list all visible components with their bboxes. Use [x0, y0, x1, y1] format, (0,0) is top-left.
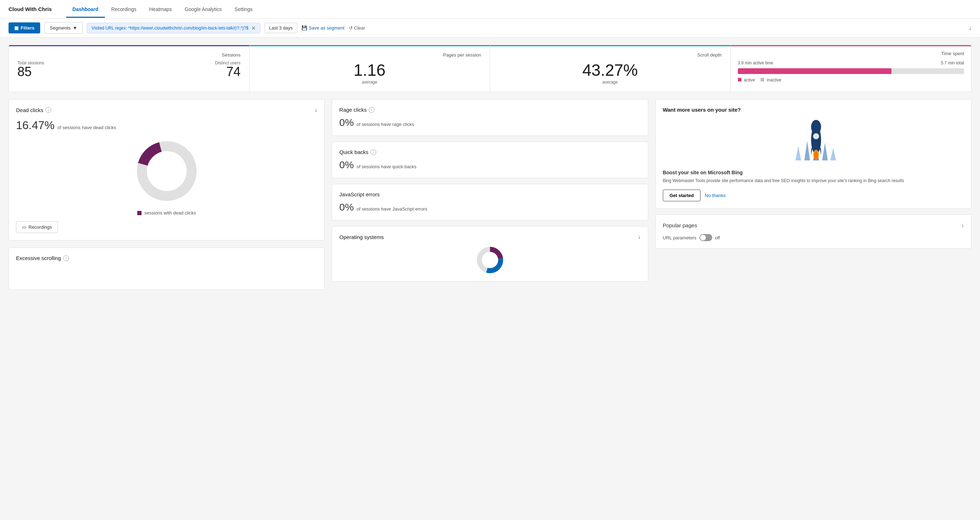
time-legend: active inactive — [738, 78, 964, 83]
promo-headline: Want more users on your site? — [663, 107, 964, 113]
sessions-card: Sessions Total sessions 85 Distinct user… — [9, 45, 250, 92]
chevron-down-icon: ▼ — [73, 25, 78, 30]
svg-marker-6 — [804, 141, 810, 161]
js-errors-desc: of sessions have JavaScript errors — [356, 206, 427, 211]
js-errors-title: JavaScript errors — [339, 191, 640, 197]
global-download-button[interactable]: ↓ — [969, 25, 972, 31]
save-icon: 💾 — [302, 25, 307, 30]
js-errors-card: JavaScript errors 0% of sessions have Ja… — [332, 184, 648, 221]
pages-per-session-value: 1.16 — [258, 62, 482, 78]
filter-tag-close[interactable]: ✕ — [251, 25, 256, 31]
svg-marker-5 — [795, 146, 801, 161]
dead-clicks-legend-square — [137, 211, 142, 215]
promo-illustration — [663, 114, 964, 164]
dead-clicks-desc: of sessions have dead clicks — [57, 125, 116, 130]
quick-backs-title: Quick backs i — [339, 149, 640, 155]
dead-clicks-download-icon[interactable]: ↓ — [314, 107, 317, 113]
quick-backs-pct: 0% — [339, 159, 353, 171]
rage-clicks-card: Rage clicks i 0% of sessions have rage c… — [332, 99, 648, 136]
svg-point-13 — [814, 134, 818, 138]
right-column: Want more users on your site? — [655, 99, 972, 290]
save-segment-label: Save as segment — [309, 25, 344, 30]
dead-clicks-legend: sessions with dead clicks — [16, 210, 317, 216]
dead-clicks-info-icon[interactable]: i — [46, 107, 51, 113]
time-spent-card: Time spent 3.9 min active time 5.7 min t… — [731, 45, 972, 92]
legend-active-label: active — [744, 78, 755, 83]
popular-pages-download-icon[interactable]: ↓ — [961, 222, 964, 228]
dead-clicks-pct: 16.47% — [16, 119, 55, 132]
rage-clicks-desc: of sessions have rage clicks — [356, 122, 414, 127]
filter-bar: ▦ Filters Segments ▼ Visited URL regex: … — [0, 19, 980, 38]
time-bar-active — [738, 68, 892, 74]
filters-button[interactable]: ▦ Filters — [8, 22, 40, 33]
nav-dashboard[interactable]: Dashboard — [66, 1, 105, 18]
bing-promo-card: Want more users on your site? — [655, 99, 972, 209]
os-download-icon[interactable]: ↓ — [638, 234, 641, 240]
rocket-svg — [785, 114, 842, 164]
popular-pages-title: Popular pages — [663, 222, 697, 228]
url-params-toggle[interactable] — [700, 234, 712, 241]
active-dot — [738, 78, 741, 81]
scroll-depth-value: 43.27% — [498, 62, 722, 78]
excessive-scrolling-title: Excessive scrolling i — [16, 255, 317, 261]
svg-point-17 — [814, 152, 818, 159]
nav-heatmaps[interactable]: Heatmaps — [143, 1, 178, 18]
popular-pages-card: Popular pages ↓ URL parameters off — [655, 215, 972, 249]
dead-clicks-legend-label: sessions with dead clicks — [144, 210, 196, 216]
rage-clicks-info-icon[interactable]: i — [369, 107, 374, 113]
stats-row: Sessions Total sessions 85 Distinct user… — [8, 45, 972, 92]
os-title: Operating systems — [339, 234, 384, 240]
recordings-icon: ▭ — [22, 224, 26, 230]
rage-clicks-title: Rage clicks i — [339, 107, 640, 113]
save-segment-button[interactable]: 💾 Save as segment — [302, 25, 344, 30]
content-grid: Dead clicks i ↓ 16.47% of sessions have … — [8, 99, 972, 290]
undo-icon: ↺ — [349, 25, 353, 30]
operating-systems-card: Operating systems ↓ — [332, 226, 648, 282]
os-donut-chart — [476, 246, 504, 274]
clear-button[interactable]: ↺ Clear — [349, 25, 365, 30]
filter-tag-text: Visited URL regex: ^https://www\.cloudwi… — [91, 25, 248, 30]
nav-recordings[interactable]: Recordings — [105, 1, 143, 18]
dead-clicks-donut — [16, 139, 317, 203]
scroll-depth-title: Scroll depth — [498, 52, 722, 57]
segments-button[interactable]: Segments ▼ — [45, 22, 83, 34]
date-range-selector[interactable]: Last 3 days — [264, 23, 298, 33]
pages-per-session-card: Pages per session 1.16 average — [250, 45, 490, 92]
svg-marker-9 — [830, 148, 836, 161]
nav-google-analytics[interactable]: Google Analytics — [178, 1, 228, 18]
dead-clicks-header: Dead clicks i ↓ — [16, 107, 317, 113]
recordings-label: Recordings — [29, 224, 52, 230]
scroll-depth-sub: average — [498, 80, 722, 85]
promo-title: Boost your site on Microsoft Bing — [663, 170, 964, 175]
dead-clicks-card: Dead clicks i ↓ 16.47% of sessions have … — [8, 99, 325, 240]
filter-tag: Visited URL regex: ^https://www\.cloudwi… — [87, 23, 260, 33]
excessive-scrolling-info-icon[interactable]: i — [63, 255, 69, 261]
left-column: Dead clicks i ↓ 16.47% of sessions have … — [8, 99, 325, 290]
toggle-knob — [700, 235, 706, 240]
total-sessions-value: 85 — [18, 65, 44, 78]
svg-marker-8 — [822, 143, 828, 161]
get-started-button[interactable]: Get started — [663, 189, 701, 201]
mid-column: Rage clicks i 0% of sessions have rage c… — [332, 99, 648, 290]
toggle-off-label: off — [715, 235, 720, 240]
segments-label: Segments — [50, 25, 71, 30]
pages-per-session-title: Pages per session — [258, 52, 482, 57]
url-params-row: URL parameters off — [663, 234, 964, 241]
header: Cloud With Chris Dashboard Recordings He… — [0, 0, 980, 19]
pages-per-session-sub: average — [258, 80, 482, 85]
filters-label: Filters — [21, 25, 35, 30]
promo-subtitle: Bing Webmaster Tools provide site perfor… — [663, 178, 964, 184]
nav-settings[interactable]: Settings — [228, 1, 259, 18]
scroll-depth-card: Scroll depth 43.27% average — [490, 45, 731, 92]
quick-backs-card: Quick backs i 0% of sessions have quick … — [332, 142, 648, 178]
active-time-label: 3.9 min active time — [738, 60, 773, 65]
main-content: Sessions Total sessions 85 Distinct user… — [0, 38, 980, 297]
no-thanks-button[interactable]: No thanks — [705, 193, 726, 198]
distinct-users-value: 74 — [215, 65, 240, 78]
main-nav: Dashboard Recordings Heatmaps Google Ana… — [66, 1, 259, 18]
quick-backs-desc: of sessions have quick backs — [356, 164, 417, 169]
svg-point-11 — [811, 120, 821, 134]
filter-icon: ▦ — [14, 25, 19, 30]
recordings-button[interactable]: ▭ Recordings — [16, 221, 58, 233]
quick-backs-info-icon[interactable]: i — [371, 149, 376, 155]
